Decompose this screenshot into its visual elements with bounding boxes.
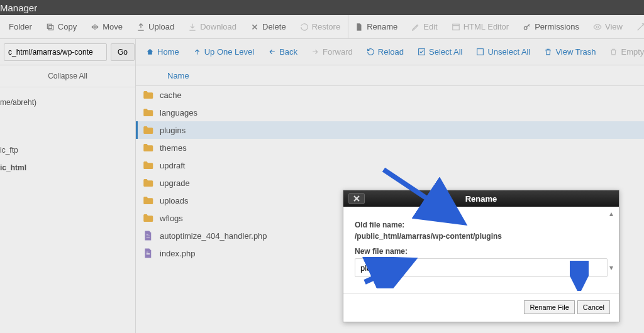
upload-button[interactable]: Upload (130, 15, 180, 39)
file-name: languages (160, 108, 197, 117)
path-input[interactable] (4, 43, 107, 61)
move-icon (91, 23, 99, 31)
file-row[interactable]: cache (136, 86, 644, 104)
permissions-button[interactable]: Permissions (516, 15, 586, 39)
file-row[interactable]: updraft (136, 156, 644, 174)
new-name-input[interactable] (355, 258, 608, 277)
scroll-down-icon[interactable]: ▾ (607, 263, 616, 272)
copy-button[interactable]: Copy (40, 15, 83, 39)
forward-nav[interactable]: Forward (305, 39, 359, 65)
copy-label: Copy (58, 22, 77, 31)
view-trash-label: View Trash (555, 47, 596, 57)
up-label: Up One Level (204, 47, 255, 57)
upload-icon (136, 23, 145, 31)
home-icon (146, 48, 154, 56)
reload-icon (367, 48, 375, 56)
file-name: upgrade (160, 178, 190, 188)
eye-icon (593, 23, 602, 31)
folder-button[interactable]: Folder (3, 15, 38, 39)
dialog-scrollbar[interactable]: ▴ ▾ (607, 209, 617, 272)
file-icon (142, 248, 153, 259)
file-name: autoptimize_404_handler.php (160, 231, 267, 241)
forward-label: Forward (323, 47, 353, 57)
svg-point-3 (525, 26, 528, 30)
path-box: Go (0, 39, 136, 65)
empty-trash-label: Empty Trash (621, 47, 644, 57)
dialog-title: Rename (465, 194, 497, 204)
file-icon (142, 230, 153, 241)
select-all-nav[interactable]: Select All (411, 39, 469, 65)
window-titlebar: Manager (0, 0, 644, 15)
dialog-titlebar[interactable]: Rename (343, 190, 619, 207)
collapse-all[interactable]: Collapse All (0, 65, 135, 87)
home-nav[interactable]: Home (140, 39, 186, 65)
html-editor-label: HTML Editor (464, 22, 509, 31)
main-toolbar: Folder Copy Move Upload Download Delete … (0, 15, 644, 39)
scroll-up-icon[interactable]: ▴ (607, 209, 616, 218)
home-label: Home (157, 47, 179, 57)
empty-trash-nav[interactable]: Empty Trash (603, 39, 644, 65)
extract-button[interactable]: Extr (630, 15, 644, 39)
view-button[interactable]: View (587, 15, 629, 39)
empty-trash-icon (609, 48, 618, 56)
back-label: Back (279, 47, 297, 57)
rename-file-button[interactable]: Rename File (524, 300, 574, 314)
unselect-all-nav[interactable]: Unselect All (470, 39, 536, 65)
copy-icon (46, 23, 55, 31)
cancel-button[interactable]: Cancel (577, 300, 610, 314)
move-button[interactable]: Move (84, 15, 129, 39)
svg-rect-1 (47, 24, 52, 28)
file-row[interactable]: languages (136, 104, 644, 121)
reload-nav[interactable]: Reload (360, 39, 410, 65)
tree-item[interactable]: ic_ftp (0, 141, 135, 159)
pencil-icon (411, 23, 420, 31)
view-label: View (605, 22, 623, 31)
svg-rect-0 (49, 25, 53, 30)
restore-button[interactable]: Restore (294, 15, 347, 39)
old-name-label: Old file name: (355, 221, 608, 229)
file-row[interactable]: upgrade (136, 174, 644, 192)
file-name: uploads (160, 196, 189, 205)
upload-label: Upload (148, 22, 174, 31)
download-label: Download (200, 22, 236, 31)
delete-icon (250, 23, 259, 31)
up-icon (193, 48, 201, 56)
view-trash-nav[interactable]: View Trash (538, 39, 602, 65)
window-title: Manager (0, 3, 37, 13)
new-name-label: New file name: (355, 247, 608, 256)
file-name: themes (160, 143, 187, 153)
file-name: cache (160, 90, 182, 100)
html-editor-icon (452, 23, 460, 31)
dialog-close-button[interactable] (348, 193, 365, 204)
nav-toolbar: Home Up One Level Back Forward Reload Se… (136, 39, 644, 65)
tree-item[interactable]: ic_html (0, 159, 135, 177)
key-icon (523, 23, 531, 31)
move-label: Move (103, 22, 123, 31)
rename-button[interactable]: Rename (348, 15, 404, 39)
download-button[interactable]: Download (182, 15, 243, 39)
folder-icon (142, 160, 153, 171)
file-row[interactable]: plugins (136, 121, 644, 139)
folder-icon (142, 142, 153, 153)
rename-dialog: Rename Old file name: /public_html/amarr… (343, 190, 619, 322)
file-name: updraft (160, 161, 185, 170)
delete-button[interactable]: Delete (244, 15, 292, 39)
html-editor-button[interactable]: HTML Editor (445, 15, 515, 39)
old-name-value: /public_html/amarras/wp-content/plugins (355, 232, 502, 241)
file-name: wflogs (160, 214, 183, 223)
download-icon (188, 23, 197, 31)
column-header-name[interactable]: Name (136, 65, 644, 86)
go-button[interactable]: Go (111, 43, 135, 61)
file-name: plugins (160, 126, 186, 135)
edit-button[interactable]: Edit (405, 15, 443, 39)
uncheck-icon (476, 48, 484, 56)
file-row[interactable]: themes (136, 139, 644, 156)
up-nav[interactable]: Up One Level (187, 39, 261, 65)
back-nav[interactable]: Back (262, 39, 304, 65)
extract-icon (636, 23, 644, 31)
file-name: index.php (160, 249, 195, 258)
sidebar: Collapse All me/abreht) ic_ftp ic_html (0, 65, 136, 333)
tree-item[interactable]: me/abreht) (0, 94, 135, 111)
rename-label: Rename (367, 22, 397, 31)
delete-label: Delete (262, 22, 286, 31)
